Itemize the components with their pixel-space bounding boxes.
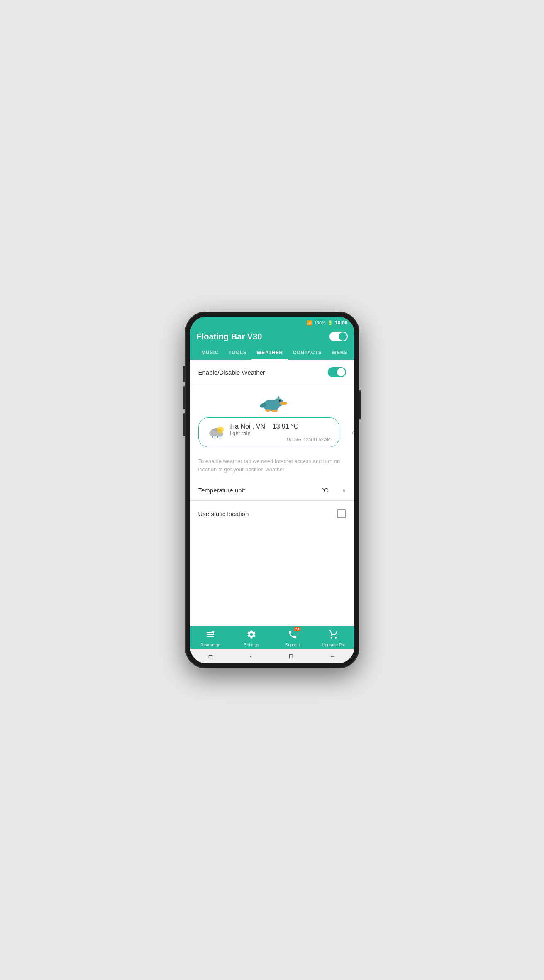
power-button[interactable] (359, 390, 361, 419)
header-toggle[interactable] (329, 332, 348, 341)
recents-button[interactable]: ⊏ (208, 652, 213, 660)
weather-updated: Updated 12/6 11:52 AM (230, 437, 331, 442)
weather-description: light rain (230, 430, 331, 436)
support-label: Support (285, 643, 300, 647)
status-bar-icons: 📶 100% 🔋 18:00 (307, 320, 348, 326)
upgrade-icon (329, 629, 339, 641)
svg-rect-12 (217, 436, 218, 438)
battery-icon: 🔋 (327, 320, 333, 326)
static-location-label: Use static location (198, 510, 249, 517)
weather-location: Ha Noi , VN (230, 423, 265, 430)
platypus-mascot (256, 391, 289, 416)
weather-card[interactable]: Ha Noi , VN 13.91 °C light rain Updated … (198, 417, 339, 447)
support-badge: 24 (294, 627, 301, 631)
tab-contacts[interactable]: CONTACTS (288, 346, 327, 360)
chevron-down-icon: ∨ (342, 487, 346, 494)
weather-info: Ha Noi , VN 13.91 °C light rain Updated … (230, 423, 331, 442)
nav-support[interactable]: 24 Support (280, 629, 305, 647)
static-location-row: Use static location (190, 501, 354, 527)
rearrange-label: Rearrange (200, 643, 220, 647)
tab-tools[interactable]: TOOLS (224, 346, 252, 360)
upgrade-label: Upgrade Pro (322, 643, 346, 647)
status-bar: 📶 100% 🔋 18:00 (190, 317, 354, 327)
nav-settings[interactable]: Settings (239, 629, 264, 647)
phone-screen: 📶 100% 🔋 18:00 Floating Bar V30 MUSIC TO… (190, 317, 354, 663)
phone-frame: 📶 100% 🔋 18:00 Floating Bar V30 MUSIC TO… (185, 312, 359, 668)
weather-temperature: 13.91 °C (273, 423, 298, 430)
enable-weather-label: Enable/Disable Weather (198, 369, 265, 376)
time-display: 18:00 (335, 320, 348, 326)
battery-percent: 100% (314, 320, 326, 325)
home-button[interactable]: ● (249, 654, 252, 658)
temp-unit-label: Temperature unit (198, 487, 245, 494)
back-button[interactable]: ← (329, 653, 336, 660)
weather-arrow-icon: ‹ (352, 428, 354, 437)
tab-bar: MUSIC TOOLS WEATHER CONTACTS WEBSI... (197, 346, 348, 360)
nav-upgrade[interactable]: Upgrade Pro (321, 629, 346, 647)
static-location-checkbox[interactable] (337, 509, 346, 518)
weather-location-temp: Ha Noi , VN 13.91 °C (230, 423, 331, 430)
content-area: Enable/Disable Weather (190, 360, 354, 626)
temp-unit-value: °C (322, 487, 329, 494)
weather-mascot-area (256, 389, 289, 417)
weather-condition-icon (207, 425, 225, 440)
tab-website[interactable]: WEBSI... (327, 346, 347, 360)
rearrange-icon (205, 629, 215, 641)
volume-up-button[interactable] (183, 386, 185, 409)
weather-info-text: To enable weather tab we need Internet a… (190, 454, 354, 480)
svg-point-3 (279, 400, 281, 402)
weather-toggle[interactable] (328, 367, 346, 377)
tab-weather[interactable]: WEATHER (251, 346, 288, 360)
svg-point-2 (280, 402, 287, 405)
svg-rect-11 (215, 436, 215, 439)
svg-point-8 (209, 430, 217, 436)
system-nav: ⊏ ● ⊓ ← (190, 649, 354, 663)
settings-icon (246, 629, 256, 641)
bottom-nav: Rearrange Settings 24 Support (190, 626, 354, 649)
weather-section: Ha Noi , VN 13.91 °C light rain Updated … (190, 385, 354, 454)
support-icon: 24 (288, 629, 298, 641)
svg-point-6 (272, 410, 278, 412)
settings-label: Settings (244, 643, 259, 647)
svg-rect-13 (220, 436, 220, 439)
nav-rearrange[interactable]: Rearrange (198, 629, 223, 647)
tab-music[interactable]: MUSIC (197, 346, 224, 360)
header-top: Floating Bar V30 (197, 332, 348, 346)
temp-unit-dropdown[interactable]: °C ∨ (322, 487, 346, 494)
svg-rect-10 (212, 436, 213, 438)
app-title: Floating Bar V30 (197, 332, 262, 341)
svg-point-5 (265, 409, 271, 412)
enable-weather-row: Enable/Disable Weather (190, 360, 354, 385)
svg-point-14 (217, 427, 224, 433)
signal-icon: 📶 (307, 320, 312, 326)
temperature-unit-row: Temperature unit °C ∨ (190, 480, 354, 501)
recent-apps-button[interactable]: ⊓ (288, 652, 293, 660)
app-header: Floating Bar V30 MUSIC TOOLS WEATHER CON… (190, 327, 354, 360)
volume-down-button[interactable] (183, 413, 185, 436)
